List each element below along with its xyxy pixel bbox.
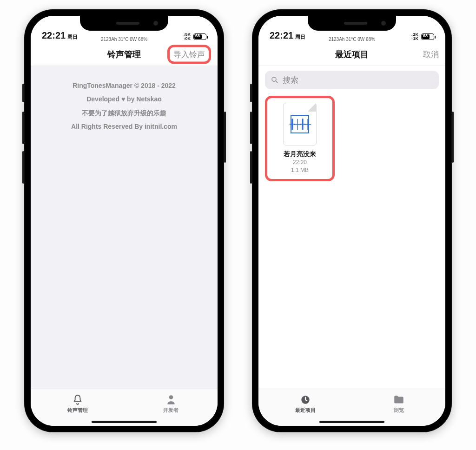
network-speed: ↓5K↑0K <box>183 33 191 41</box>
phone-left: 22:21 周日 2123Ah 31°C 0W 68% ↓5K↑0K 68 铃声… <box>24 9 224 432</box>
about-line: RingTonesManager © 2018 - 2022 <box>38 79 210 93</box>
notch <box>308 16 396 31</box>
about-line: All Rights Reserved By initnil.com <box>38 120 210 133</box>
about-line: 不要为了越狱放弃升级的乐趣 <box>38 106 210 120</box>
svg-point-0 <box>272 77 276 81</box>
about-line: Developed ♥ by Netskao <box>38 93 210 106</box>
network-speed: ↓2K↑1K <box>411 33 418 41</box>
home-indicator[interactable] <box>92 421 157 423</box>
folder-icon <box>393 394 405 406</box>
content-area: 搜索 ╂┼╂┼ 若月亮没来 22:20 1.1 MB <box>258 66 445 389</box>
status-time: 22:21 <box>42 30 66 41</box>
status-sub-info: 2123Ah 31°C 0W 68% <box>101 37 147 42</box>
file-time: 22:20 <box>293 159 307 166</box>
svg-line-1 <box>276 81 278 83</box>
file-item-audio[interactable]: ╂┼╂┼ 若月亮没来 22:20 1.1 MB <box>265 96 335 181</box>
status-time: 22:21 <box>270 30 293 41</box>
tab-bar: 铃声管理 开发者 <box>31 389 218 426</box>
file-name: 若月亮没来 <box>284 150 316 159</box>
file-thumbnail: ╂┼╂┼ <box>283 103 317 146</box>
file-size: 1.1 MB <box>291 166 309 174</box>
home-indicator[interactable] <box>319 421 384 423</box>
about-text: RingTonesManager © 2018 - 2022 Developed… <box>31 66 218 147</box>
battery-icon: 68 <box>193 33 206 40</box>
content-area: RingTonesManager © 2018 - 2022 Developed… <box>31 66 218 389</box>
clock-icon <box>299 394 311 406</box>
cancel-button[interactable]: 取消 <box>423 49 439 60</box>
tab-label: 铃声管理 <box>67 407 88 414</box>
page-title: 铃声管理 <box>107 49 141 60</box>
status-sub-info: 2123Ah 31°C 0W 68% <box>329 37 375 42</box>
audio-waveform-icon: ╂┼╂┼ <box>291 115 309 133</box>
search-icon <box>271 76 279 84</box>
notch <box>80 16 168 31</box>
battery-icon: 68 <box>421 33 434 40</box>
navbar: 铃声管理 导入铃声 <box>31 43 218 66</box>
tab-bar: 最近项目 浏览 <box>258 389 445 426</box>
search-placeholder: 搜索 <box>283 75 298 86</box>
tab-label: 浏览 <box>394 407 404 414</box>
page-title: 最近项目 <box>335 49 369 60</box>
status-day: 周日 <box>295 33 305 40</box>
tab-label: 开发者 <box>163 407 178 414</box>
developer-icon <box>165 394 177 406</box>
search-input[interactable]: 搜索 <box>265 71 439 89</box>
import-ringtone-button[interactable]: 导入铃声 <box>167 45 211 64</box>
bell-icon <box>72 394 84 406</box>
tab-label: 最近项目 <box>295 407 316 414</box>
phone-right: 22:21 周日 2123Ah 31°C 0W 68% ↓2K↑1K 68 最近… <box>252 9 452 432</box>
status-day: 周日 <box>67 33 78 40</box>
navbar: 最近项目 取消 <box>258 43 445 66</box>
